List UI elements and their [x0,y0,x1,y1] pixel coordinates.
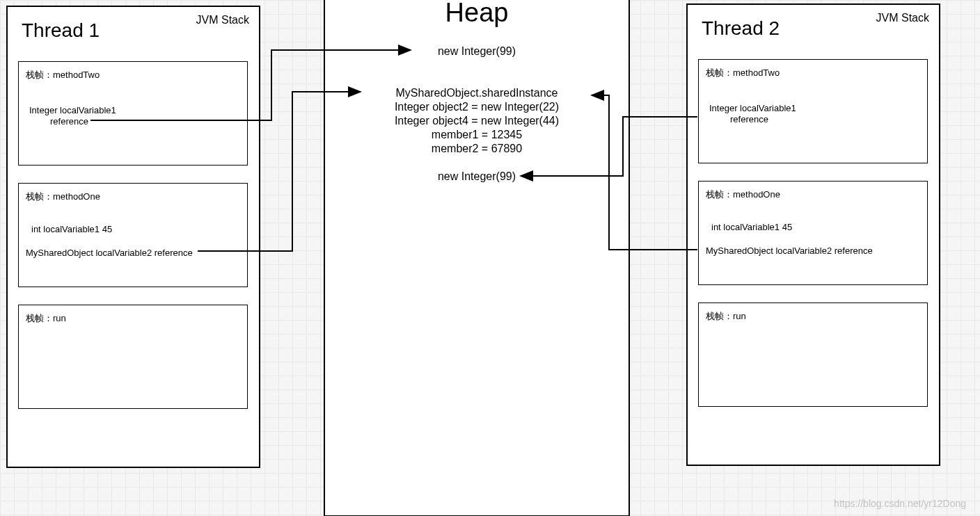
heap-title: Heap [445,0,509,28]
frame-label: 栈帧：methodOne [706,188,780,201]
heap-line: Integer object2 = new Integer(22) [395,101,559,113]
watermark: https://blog.csdn.net/yr12Dong [834,498,966,509]
var-text: MySharedObject localVariable2 reference [706,245,873,256]
heap-container: Heap new Integer(99) MySharedObject.shar… [324,0,630,516]
frame-label: 栈帧：run [26,312,66,325]
heap-line: new Integer(99) [438,170,516,183]
thread2-title: Thread 2 [702,17,780,40]
thread1-title: Thread 1 [22,19,100,42]
var-text: int localVariable1 45 [711,222,792,232]
frame-label: 栈帧：methodOne [26,191,100,203]
thread1-container: Thread 1 JVM Stack 栈帧：methodTwo Integer … [6,6,260,468]
thread2-frame-run: 栈帧：run [698,303,928,407]
heap-line: MySharedObject.sharedInstance [395,87,558,99]
thread1-jvm-label: JVM Stack [196,14,249,26]
frame-label: 栈帧：run [706,310,746,323]
thread2-jvm-label: JVM Stack [876,12,929,24]
var-text: Integer localVariable1 [29,105,116,115]
thread2-frame-methodone: 栈帧：methodOne int localVariable1 45 MySha… [698,181,928,285]
var-text: reference [730,114,768,124]
heap-line: Integer object4 = new Integer(44) [395,115,559,127]
thread1-frame-methodone: 栈帧：methodOne int localVariable1 45 MySha… [18,183,248,287]
var-text: reference [50,116,88,127]
heap-line: new Integer(99) [438,45,516,58]
heap-line: member1 = 12345 [432,129,522,141]
frame-label: 栈帧：methodTwo [26,69,100,81]
thread1-frame-methodtwo: 栈帧：methodTwo Integer localVariable1 refe… [18,61,248,166]
var-text: int localVariable1 45 [31,224,112,234]
var-text: MySharedObject localVariable2 reference [26,248,193,258]
thread1-frame-run: 栈帧：run [18,305,248,409]
var-text: Integer localVariable1 [709,103,796,113]
heap-line: member2 = 67890 [432,143,522,155]
thread2-frame-methodtwo: 栈帧：methodTwo Integer localVariable1 refe… [698,59,928,163]
thread2-container: Thread 2 JVM Stack 栈帧：methodTwo Integer … [686,3,940,466]
frame-label: 栈帧：methodTwo [706,67,780,79]
